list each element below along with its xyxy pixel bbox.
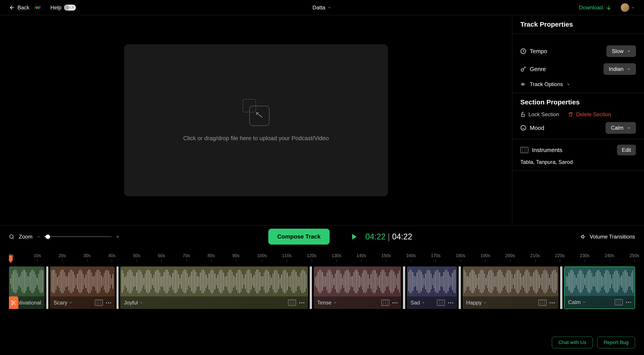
track-mood-label-text: Scary — [54, 300, 67, 306]
app-logo[interactable] — [34, 4, 41, 12]
piano-icon[interactable] — [615, 299, 623, 305]
back-button[interactable]: Back — [9, 4, 29, 11]
clock-icon — [520, 48, 526, 54]
more-icon[interactable] — [392, 302, 398, 303]
piano-icon[interactable] — [381, 300, 389, 306]
instruments-list: Tabla, Tanpura, Sarod — [520, 159, 636, 165]
ruler-tick: 180s — [456, 253, 465, 258]
waveform — [463, 266, 558, 296]
track-section[interactable]: Calm — [564, 266, 635, 309]
toggle-state-label: Off — [70, 6, 74, 10]
track-mood-dropdown[interactable]: Sad — [410, 300, 435, 306]
more-icon[interactable] — [448, 302, 453, 303]
mood-select[interactable]: Calm — [606, 122, 636, 134]
piano-icon[interactable] — [437, 300, 445, 306]
section-resize-handle[interactable] — [403, 266, 405, 309]
report-bug-button[interactable]: Report Bug — [597, 337, 635, 348]
track-mood-dropdown[interactable]: Happy — [466, 300, 536, 306]
edit-instruments-button[interactable]: Edit — [617, 145, 636, 155]
volume-transitions-button[interactable]: Volume Transitions — [581, 234, 635, 240]
zoom-plus[interactable]: + — [116, 234, 119, 240]
svg-point-1 — [521, 69, 524, 71]
track-section[interactable]: Scary — [50, 266, 115, 309]
section-resize-handle[interactable] — [310, 266, 312, 309]
track-mood-dropdown[interactable]: Tense — [317, 300, 379, 306]
scissors-button[interactable] — [9, 296, 18, 309]
section-resize-handle[interactable] — [46, 266, 48, 309]
app-header: Back Help Off Datta Download — [0, 0, 644, 15]
track-section[interactable]: Tense — [314, 266, 402, 309]
chat-button[interactable]: Chat with Us — [552, 337, 593, 348]
lock-section-button[interactable]: Lock Section — [520, 111, 559, 118]
time-current: 04:22 — [366, 232, 386, 241]
ruler-tick: 10s — [34, 253, 41, 258]
zoom-slider[interactable] — [44, 236, 112, 237]
genre-select[interactable]: Indian — [604, 63, 636, 75]
download-button[interactable]: Download — [579, 4, 612, 11]
timeline-ruler[interactable]: 0s10s20s30s40s50s60s70s80s90s100s110s120… — [9, 253, 635, 266]
compose-track-button[interactable]: Compose Track — [268, 229, 330, 244]
zoom-thumb[interactable] — [46, 234, 50, 239]
ruler-tick: 80s — [208, 253, 215, 258]
ruler-tick: 250s — [630, 253, 639, 258]
help-toggle[interactable]: Off — [64, 5, 76, 10]
track-mood-dropdown[interactable]: Calm — [568, 299, 612, 305]
piano-icon[interactable] — [288, 300, 296, 306]
piano-icon[interactable] — [95, 300, 103, 306]
ruler-tick: 240s — [605, 253, 614, 258]
ruler-tick: 160s — [406, 253, 416, 258]
ruler-tick: 30s — [84, 253, 90, 258]
svg-rect-2 — [522, 114, 524, 116]
instruments-label: Instruments — [532, 147, 562, 154]
more-icon[interactable] — [550, 302, 555, 303]
preview-area: Click or drag/drop file here to upload y… — [0, 15, 512, 225]
waveform-icon — [520, 81, 526, 87]
ruler-tick: 110s — [282, 253, 292, 258]
delete-section-button[interactable]: Delete Section — [568, 111, 611, 118]
play-button[interactable] — [349, 232, 359, 242]
track-section-icons — [615, 299, 631, 305]
zoom-minus[interactable]: − — [37, 234, 40, 240]
track-section[interactable]: Happy — [463, 266, 558, 309]
genre-label: Genre — [530, 66, 546, 73]
track-options-button[interactable]: Track Options — [520, 81, 636, 88]
tempo-select[interactable]: Slow — [606, 46, 636, 57]
section-resize-handle[interactable] — [560, 266, 562, 309]
more-icon[interactable] — [106, 302, 111, 303]
download-label: Download — [579, 4, 603, 11]
user-avatar[interactable] — [621, 3, 629, 12]
track-properties-title: Track Properties — [520, 20, 636, 28]
chevron-down-icon[interactable] — [631, 6, 635, 10]
track-section-footer: Calm — [564, 296, 634, 308]
zoom-label: Zoom — [19, 234, 32, 240]
time-total: 04:22 — [392, 232, 412, 241]
track-section-footer: Joyful — [120, 296, 308, 309]
section-resize-handle[interactable] — [116, 266, 118, 309]
track-section[interactable]: Joyful — [120, 266, 308, 309]
project-name-dropdown[interactable]: Datta — [312, 4, 332, 11]
upload-hint: Click or drag/drop file here to upload y… — [183, 135, 329, 142]
more-icon[interactable] — [299, 302, 304, 303]
playhead[interactable] — [9, 255, 12, 261]
track-mood-label-text: Tense — [317, 300, 332, 306]
track-mood-dropdown[interactable]: Joyful — [124, 300, 286, 306]
track-mood-dropdown[interactable]: Scary — [54, 300, 92, 306]
arrow-left-icon — [9, 4, 15, 11]
chevron-down-icon — [328, 6, 332, 10]
trash-icon — [568, 112, 573, 117]
genre-value: Indian — [609, 66, 624, 72]
track-section-icons — [381, 300, 398, 306]
svg-point-5 — [12, 301, 13, 302]
track-section[interactable]: Sad — [407, 266, 457, 309]
project-name-label: Datta — [312, 4, 325, 11]
svg-point-4 — [10, 235, 13, 238]
piano-icon[interactable] — [538, 300, 546, 306]
track-section-icons — [288, 300, 304, 306]
section-resize-handle[interactable] — [459, 266, 461, 309]
upload-dropzone[interactable]: Click or drag/drop file here to upload y… — [124, 44, 388, 196]
section-properties-header: Section Properties Lock Section Delete S… — [512, 93, 644, 139]
back-label: Back — [18, 4, 29, 11]
track-section-footer: Sad — [407, 296, 457, 309]
more-icon[interactable] — [626, 302, 631, 303]
download-icon — [606, 4, 612, 11]
